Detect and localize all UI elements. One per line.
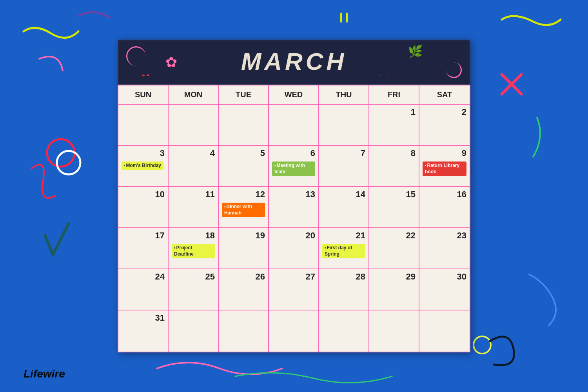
day-number: 14 xyxy=(322,189,365,200)
calendar-event[interactable]: •First day of Spring xyxy=(322,244,365,258)
day-cell xyxy=(169,310,219,352)
day-number: 7 xyxy=(322,148,365,158)
week-row-5: 24252627282930 xyxy=(118,269,470,310)
day-header-mon: MON xyxy=(169,85,219,104)
day-cell xyxy=(169,105,219,145)
day-number: 19 xyxy=(222,230,265,241)
days-of-week-header: SUNMONTUEWEDTHUFRISAT xyxy=(118,85,470,105)
calendar-header: ✿ 🌿 ❝❝ · · MARCH xyxy=(118,40,470,85)
day-number: 20 xyxy=(272,230,315,241)
day-number: 21 xyxy=(322,230,365,241)
day-number: 2 xyxy=(423,107,466,117)
day-cell: 16 xyxy=(419,187,470,227)
day-number: 15 xyxy=(372,189,416,200)
calendar-container: ✿ 🌿 ❝❝ · · MARCH SUNMONTUEWEDTHUFRISAT 1… xyxy=(118,40,470,352)
day-cell: 12•Dinner with Hannah xyxy=(219,187,269,227)
day-cell: 11 xyxy=(169,187,219,227)
day-number: 16 xyxy=(423,189,466,200)
day-cell: 26 xyxy=(219,269,269,310)
calendar-event[interactable]: •Project Deadline xyxy=(172,244,215,258)
day-cell: 13 xyxy=(269,187,319,227)
day-number: 25 xyxy=(172,272,215,282)
day-number: 4 xyxy=(172,148,215,158)
day-cell: 15 xyxy=(369,187,419,227)
day-number: 13 xyxy=(272,189,315,200)
day-cell: 1 xyxy=(369,105,419,145)
day-cell xyxy=(269,310,319,352)
svg-line-0 xyxy=(502,74,521,94)
day-cell: 21•First day of Spring xyxy=(319,228,369,269)
day-cell xyxy=(319,105,369,145)
day-header-tue: TUE xyxy=(219,85,269,104)
header-accent-right xyxy=(446,62,462,78)
day-number: 8 xyxy=(372,148,416,158)
day-number: 24 xyxy=(122,272,165,282)
day-cell: 10 xyxy=(118,187,169,227)
day-number: 27 xyxy=(272,272,315,282)
week-row-4: 1718•Project Deadline192021•First day of… xyxy=(118,228,470,269)
weeks-container: 123•Mom's Birthday456•Meeting with team7… xyxy=(118,105,470,352)
calendar-event[interactable]: •Meeting with team xyxy=(272,162,315,176)
day-cell: 8 xyxy=(369,146,419,186)
header-tree-icon: 🌿 xyxy=(408,44,423,58)
svg-point-2 xyxy=(47,139,74,167)
day-cell: 19 xyxy=(219,228,269,269)
day-number: 18 xyxy=(172,230,215,241)
calendar-event[interactable]: •Dinner with Hannah xyxy=(222,203,265,217)
day-header-sun: SUN xyxy=(118,85,169,104)
day-number: 11 xyxy=(172,189,215,200)
day-cell: 25 xyxy=(169,269,219,310)
day-cell: 17 xyxy=(118,228,169,269)
header-flower-icon: ✿ xyxy=(165,54,177,71)
day-number: 31 xyxy=(122,313,165,323)
day-cell: 30 xyxy=(419,269,470,310)
day-header-fri: FRI xyxy=(369,85,419,104)
day-number: 29 xyxy=(372,272,416,282)
svg-point-4 xyxy=(474,336,491,354)
day-cell xyxy=(269,105,319,145)
calendar-event[interactable]: •Mom's Birthday xyxy=(122,162,163,170)
header-deco-dots: · · xyxy=(379,72,391,79)
day-cell: 23 xyxy=(419,228,470,269)
day-cell: 3•Mom's Birthday xyxy=(118,146,169,186)
day-cell xyxy=(319,310,369,352)
day-cell: 27 xyxy=(269,269,319,310)
day-number: 10 xyxy=(122,189,165,200)
week-row-1: 12 xyxy=(118,105,470,146)
day-number: 6 xyxy=(272,148,315,158)
header-deco-marks: ❝❝ xyxy=(142,73,151,79)
day-cell: 29 xyxy=(369,269,419,310)
day-header-wed: WED xyxy=(269,85,319,104)
day-number: 26 xyxy=(222,272,265,282)
day-cell: 28 xyxy=(319,269,369,310)
week-row-6: 31 xyxy=(118,310,470,352)
day-number: 1 xyxy=(372,107,416,117)
day-number: 9 xyxy=(423,148,466,158)
day-cell xyxy=(219,310,269,352)
day-number: 5 xyxy=(222,148,265,158)
day-header-sat: SAT xyxy=(419,85,470,104)
day-cell xyxy=(118,105,169,145)
day-cell: 24 xyxy=(118,269,169,310)
month-title: MARCH xyxy=(241,48,347,75)
day-cell: 9•Return Library book xyxy=(419,146,470,186)
calendar-event[interactable]: •Return Library book xyxy=(423,162,466,176)
day-number: 17 xyxy=(122,230,165,241)
svg-point-3 xyxy=(57,151,80,174)
calendar-grid: SUNMONTUEWEDTHUFRISAT 123•Mom's Birthday… xyxy=(118,85,470,352)
header-accent-left xyxy=(126,46,146,66)
day-cell: 7 xyxy=(319,146,369,186)
day-header-thu: THU xyxy=(319,85,369,104)
day-number: 12 xyxy=(222,189,265,200)
day-cell: 4 xyxy=(169,146,219,186)
day-number: 3 xyxy=(122,148,165,158)
day-number: 28 xyxy=(322,272,365,282)
week-row-2: 3•Mom's Birthday456•Meeting with team789… xyxy=(118,146,470,187)
day-cell: 6•Meeting with team xyxy=(269,146,319,186)
day-cell: 18•Project Deadline xyxy=(169,228,219,269)
day-cell: 31 xyxy=(118,310,169,352)
day-cell: 2 xyxy=(419,105,470,145)
day-cell: 14 xyxy=(319,187,369,227)
day-cell: 5 xyxy=(219,146,269,186)
day-cell: 20 xyxy=(269,228,319,269)
